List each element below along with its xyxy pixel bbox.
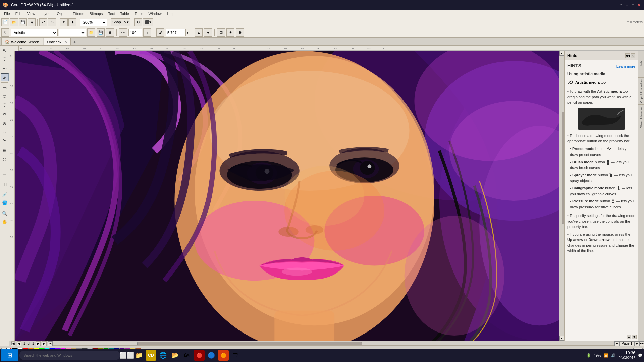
window-minimize-button[interactable]: ─: [625, 3, 629, 7]
taskbar-store-icon[interactable]: 🛍: [182, 350, 193, 361]
print-button[interactable]: 🖨: [28, 18, 36, 26]
width-down[interactable]: ▼: [204, 28, 212, 37]
eyedropper-tool[interactable]: 💉: [1, 190, 9, 198]
import-button[interactable]: ⬆: [60, 18, 68, 26]
menu-edit[interactable]: Edit: [13, 11, 24, 16]
canvas-container[interactable]: ▲ ▼: [15, 51, 564, 341]
blend-tool[interactable]: ≋: [1, 146, 9, 155]
taskbar-explorer-icon[interactable]: 📂: [170, 350, 180, 361]
first-page-button[interactable]: |◀: [11, 341, 15, 346]
window-help-icon[interactable]: ?: [619, 3, 623, 7]
taskbar-corel-icon[interactable]: CD: [146, 350, 156, 361]
polygon-tool[interactable]: ⬡: [1, 101, 9, 109]
preset-selector[interactable]: Artistic: [11, 29, 58, 36]
hints-scroll-down-button[interactable]: ▼: [632, 335, 637, 339]
scroll-up-button[interactable]: ▲: [559, 51, 564, 56]
width-input[interactable]: [166, 29, 186, 36]
menu-tools[interactable]: Tools: [132, 11, 146, 16]
menu-table[interactable]: Table: [118, 11, 132, 16]
taskbar-search[interactable]: [19, 351, 120, 360]
last-page-button[interactable]: ▶|: [42, 341, 47, 346]
welcome-tab[interactable]: 🏠 Welcome Screen: [1, 38, 43, 45]
pick-tool[interactable]: ↖: [1, 46, 9, 54]
smoothness-up[interactable]: +: [143, 28, 151, 37]
redo-button[interactable]: ↪: [48, 18, 56, 26]
document-tab[interactable]: Untitled-1 ✕: [44, 38, 71, 45]
menu-window[interactable]: Window: [146, 11, 164, 16]
stroke-folder-btn[interactable]: 📁: [87, 28, 95, 37]
menu-file[interactable]: File: [1, 11, 13, 16]
object-manager-tab[interactable]: Object Manager: [638, 105, 644, 131]
artistic-media-tool active[interactable]: 🖌: [1, 73, 9, 81]
open-button[interactable]: 📂: [10, 18, 18, 26]
ellipse-tool[interactable]: ⬭: [1, 92, 9, 100]
new-button[interactable]: 📄: [1, 18, 9, 26]
hints-close-button[interactable]: ✕: [631, 53, 635, 58]
snap-to-button[interactable]: Snap To ▾: [111, 18, 130, 26]
add-tab-button[interactable]: +: [71, 39, 78, 45]
scroll-right-button[interactable]: ▶: [614, 341, 619, 346]
taskbar-clock[interactable]: 10:36 04/03/2016: [619, 351, 635, 360]
pan-tool[interactable]: ✋: [1, 218, 9, 226]
hints-sidebar-tab[interactable]: Hints: [638, 51, 644, 78]
view-options-button[interactable]: ⬛▾: [143, 18, 153, 26]
menu-object[interactable]: Object: [54, 11, 70, 16]
hints-expand-button[interactable]: ◀◀: [625, 53, 630, 58]
prev-page-button[interactable]: ◀: [17, 341, 21, 346]
menu-layout[interactable]: Layout: [38, 11, 54, 16]
scroll-down-button[interactable]: ▼: [559, 336, 564, 341]
contour-tool[interactable]: ◎: [1, 155, 9, 163]
taskbar-app2-icon[interactable]: 🟠: [218, 350, 229, 361]
page-tab-label[interactable]: Page 1: [619, 341, 635, 346]
node-tool[interactable]: ⬡: [1, 55, 9, 63]
window-maximize-button[interactable]: □: [631, 3, 635, 7]
undo-button[interactable]: ↩: [39, 18, 47, 26]
learn-more-link[interactable]: Learn more: [616, 64, 635, 68]
parallel-tool[interactable]: ⊘: [1, 119, 9, 127]
smooth-btn[interactable]: 〰: [119, 28, 127, 37]
zoom-select[interactable]: 200% 100% 75% 50%: [80, 19, 107, 26]
document-tab-close[interactable]: ✕: [64, 40, 67, 44]
menu-bitmaps[interactable]: Bitmaps: [87, 11, 106, 16]
zoom-tool[interactable]: 🔍: [1, 209, 9, 217]
taskbar-ie-icon[interactable]: 🌐: [158, 350, 168, 361]
nodes-btn[interactable]: ✦: [226, 28, 234, 37]
rectangle-tool[interactable]: ▭: [1, 84, 9, 92]
hints-scroll-up-button[interactable]: ▲: [627, 335, 631, 339]
text-tool[interactable]: A: [1, 109, 9, 117]
notifications-button[interactable]: 💬: [638, 353, 643, 358]
connector-tool[interactable]: ⤷: [1, 136, 9, 144]
taskbar-app1-icon[interactable]: 🔴: [194, 350, 205, 361]
taskbar-file-explorer[interactable]: 📁: [133, 350, 144, 361]
options-button[interactable]: ⚙: [134, 18, 142, 26]
h-scroll-thumb[interactable]: [137, 342, 362, 345]
save-button[interactable]: 💾: [19, 18, 27, 26]
scroll-left-button[interactable]: ◀: [48, 341, 53, 346]
distort-tool[interactable]: ≈: [1, 163, 9, 171]
selection-tool-btn[interactable]: ↖: [1, 28, 9, 37]
stroke-save-btn[interactable]: 💾: [97, 28, 105, 37]
export-button[interactable]: ⬇: [68, 18, 76, 26]
h-scroll-expand-more[interactable]: ▶▶: [639, 341, 644, 346]
stroke-delete-btn[interactable]: 🗑: [106, 28, 114, 37]
taskbar-task-view[interactable]: ⬜⬜: [121, 350, 132, 361]
menu-help[interactable]: Help: [164, 11, 177, 16]
menu-effects[interactable]: Effects: [70, 11, 87, 16]
transparency-tool[interactable]: ◫: [1, 180, 9, 188]
v-scroll-thumb[interactable]: [562, 112, 565, 224]
taskbar-chrome-icon[interactable]: 🔵: [206, 350, 217, 361]
next-page-button[interactable]: ▶: [36, 341, 41, 346]
object-properties-tab[interactable]: Object Properties: [638, 78, 644, 105]
window-close-button[interactable]: ✕: [637, 3, 641, 7]
stroke-style-selector[interactable]: ──────: [59, 29, 86, 36]
transform-btn[interactable]: ⊡: [217, 28, 225, 37]
dimension-tool[interactable]: ↔: [1, 128, 9, 136]
start-button[interactable]: ⊞: [1, 349, 18, 361]
add-btn[interactable]: ⊕: [236, 28, 244, 37]
taskbar-security-icon[interactable]: 🛡: [230, 350, 241, 361]
menu-text[interactable]: Text: [105, 11, 117, 16]
freehand-tool[interactable]: 〜: [1, 65, 9, 73]
shadow-tool[interactable]: ☐: [1, 172, 9, 180]
width-up[interactable]: ▲: [195, 28, 203, 37]
h-scroll-expand-right[interactable]: ▶: [635, 341, 639, 346]
